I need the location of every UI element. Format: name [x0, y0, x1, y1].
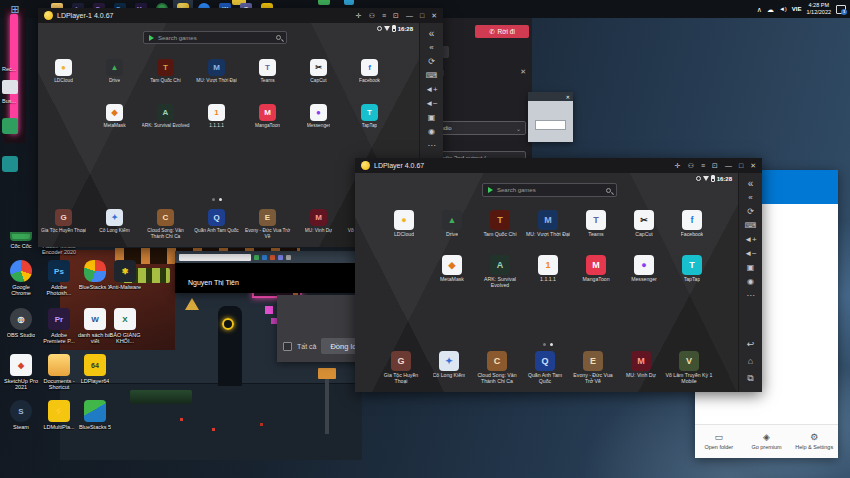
action-center-icon[interactable]: 1	[836, 5, 846, 14]
app-shortcut[interactable]: ▲ Drive	[89, 59, 140, 84]
dialog-search-field[interactable]	[535, 120, 566, 130]
onedrive-footer-button[interactable]: ⚙ Help & Settings	[790, 433, 838, 450]
account-icon[interactable]: ⚇	[369, 12, 375, 19]
desktop-icon[interactable]: Pr Adobe Premiere P...	[40, 308, 78, 345]
dock-app-shortcut[interactable]: M MU: Vinh Dự	[617, 351, 665, 385]
microphone-select[interactable]: Audio 2nd output (... ⌄	[432, 151, 526, 158]
more-icon[interactable]: ⋯	[747, 292, 755, 300]
app-shortcut[interactable]: 1 1.1.1.1	[191, 104, 242, 129]
app-shortcut[interactable]: 1 1.1.1.1	[524, 255, 572, 289]
recents-icon[interactable]: ⧉	[747, 374, 753, 383]
close-icon[interactable]: ✕	[566, 94, 570, 100]
app-shortcut[interactable]: A ARK: Survival Evolved	[476, 255, 524, 289]
more-icon[interactable]: ⋯	[428, 142, 436, 150]
account-icon[interactable]: ⚇	[688, 162, 694, 169]
app-shortcut[interactable]: T TapTap	[344, 104, 395, 129]
sync-icon[interactable]: ⟳	[747, 208, 754, 216]
app-shortcut[interactable]: T Tam Quốc Chí	[476, 210, 524, 238]
desktop-icon[interactable]: BlueStacks 5	[76, 400, 114, 430]
app-shortcut[interactable]: ◆ MetaMask	[428, 255, 476, 289]
desktop-icon[interactable]: Google Chrome	[2, 260, 40, 297]
desktop-icon-label[interactable]: Rec...	[2, 66, 16, 72]
search-games-bar[interactable]: Search games	[482, 183, 617, 197]
desktop-icon-fragment[interactable]	[2, 80, 18, 94]
desktop-icon[interactable]: ◈ SketchUp Pro 2021	[2, 354, 40, 391]
minimize-button[interactable]: —	[725, 162, 732, 169]
desktop-icon[interactable]: ✱ Anti-Malware	[106, 260, 144, 290]
app-shortcut[interactable]: ● LDCloud	[38, 59, 89, 84]
desktop-icon-fragment[interactable]	[344, 0, 354, 5]
start-button[interactable]: ⊞	[5, 0, 25, 18]
keyboard-icon[interactable]: ⌨	[745, 222, 757, 230]
app-shortcut[interactable]: T TapTap	[668, 255, 716, 289]
fullscreen-icon[interactable]: ▣	[428, 114, 436, 122]
title-bar[interactable]: LDPlayer-1 4.0.67 ✛⚇≡⊡—□✕	[38, 8, 443, 23]
app-shortcut[interactable]: M MangaToon	[242, 104, 293, 129]
app-shortcut[interactable]: f Facebook	[668, 210, 716, 238]
maximize-button[interactable]: □	[739, 162, 743, 169]
desktop-icon-fragment[interactable]	[2, 156, 18, 172]
desktop-icon[interactable]: Documents - Shortcut	[40, 354, 78, 391]
app-shortcut[interactable]: ▲ Drive	[428, 210, 476, 238]
volume-icon[interactable]: ◄)	[779, 6, 787, 12]
desktop-icon-label[interactable]: Bus...	[2, 98, 16, 104]
app-shortcut[interactable]: M MU: Vượt Thời Đại	[191, 59, 242, 84]
maximize-button[interactable]: □	[420, 12, 424, 19]
dock-app-shortcut[interactable]: Q Quần Anh Tam Quốc	[521, 351, 569, 385]
desktop-icon[interactable]: ⚡ LDMultiPla...	[40, 400, 78, 430]
gamepad-icon[interactable]: ✛	[356, 12, 362, 19]
volume-down-icon[interactable]: ◄−	[744, 250, 757, 258]
app-shortcut[interactable]: ◆ MetaMask	[89, 104, 140, 129]
search-games-bar[interactable]: Search games	[143, 31, 287, 44]
fullscreen-icon[interactable]: ▣	[747, 264, 755, 272]
dock-app-shortcut[interactable]: G Gia Tộc Huyền Thoại	[38, 209, 89, 239]
dock-app-shortcut[interactable]: G Gia Tộc Huyền Thoại	[377, 351, 425, 385]
tray-chevron-icon[interactable]: ∧	[757, 6, 762, 13]
back-icon[interactable]: ↩	[747, 340, 755, 349]
clock[interactable]: 4:28 PM 1/12/2022	[807, 2, 831, 16]
onedrive-footer-button[interactable]: ◈ Go premium	[743, 433, 791, 450]
close-button[interactable]: ✕	[750, 162, 756, 169]
dock-app-shortcut[interactable]: E Evony - Đức Vua Trở Về	[242, 209, 293, 239]
dock-app-shortcut[interactable]: Q Quần Anh Tam Quốc	[191, 209, 242, 239]
home-icon[interactable]: ⌂	[748, 357, 753, 366]
collapse-sidebar-icon[interactable]: «	[429, 29, 435, 39]
dock-app-shortcut[interactable]: M MU: Vinh Dự	[293, 209, 344, 239]
keyboard-icon[interactable]: ⌨	[426, 72, 438, 80]
minimize-button[interactable]: —	[406, 12, 413, 19]
close-icon[interactable]: ✕	[520, 68, 526, 76]
app-shortcut[interactable]: T Teams	[572, 210, 620, 238]
title-bar[interactable]: LDPlayer 4.0.67 ✛⚇≡⊡—□✕	[355, 158, 762, 173]
sync-icon[interactable]: ⟳	[428, 58, 435, 66]
volume-up-icon[interactable]: ◄+	[425, 86, 438, 94]
desktop-icon-fragment[interactable]	[318, 0, 330, 5]
desktop-icon[interactable]: ◎ OBS Studio	[2, 308, 40, 338]
menu-icon[interactable]: ≡	[701, 162, 705, 169]
app-shortcut[interactable]: ● Messenger	[293, 104, 344, 129]
app-shortcut[interactable]: ✂ CapCut	[293, 59, 344, 84]
dock-app-shortcut[interactable]: C Cloud Song: Vân Thành Chi Ca	[473, 351, 521, 385]
collapse-icon[interactable]: «	[429, 44, 433, 52]
bosskey-icon[interactable]: ⊡	[393, 12, 399, 19]
dock-app-shortcut[interactable]: ✦ Cổ Long Kiếm	[425, 351, 473, 385]
dock-app-shortcut[interactable]: ✦ Cổ Long Kiếm	[89, 209, 140, 239]
collapse-icon[interactable]: «	[748, 194, 752, 202]
app-shortcut[interactable]: f Facebook	[344, 59, 395, 84]
speaker-select[interactable]: audio ⌄	[432, 121, 526, 135]
dock-app-shortcut[interactable]: E Evony - Đức Vua Trở Về	[569, 351, 617, 385]
android-home-screen[interactable]: 16:28 Search games ● LDCloud	[355, 173, 738, 392]
volume-down-icon[interactable]: ◄−	[425, 100, 438, 108]
app-shortcut[interactable]: T Tam Quốc Chí	[140, 59, 191, 84]
desktop-icon[interactable]: X BÁO GIẢNG KHỐI...	[106, 308, 144, 345]
app-shortcut[interactable]: A ARK: Survival Evolved	[140, 104, 191, 129]
record-icon[interactable]: ◉	[747, 278, 754, 286]
bosskey-icon[interactable]: ⊡	[712, 162, 718, 169]
app-shortcut[interactable]: M MU: Vượt Thời Đại	[524, 210, 572, 238]
language-indicator[interactable]: VIE	[792, 6, 802, 12]
app-shortcut[interactable]: M MangaToon	[572, 255, 620, 289]
dock-app-shortcut[interactable]: V Võ Lâm Truyền Kỳ 1 Mobile	[665, 351, 713, 385]
gamepad-icon[interactable]: ✛	[675, 162, 681, 169]
desktop-icon[interactable]: Cốc Cốc	[2, 232, 40, 249]
app-shortcut[interactable]: ● LDCloud	[380, 210, 428, 238]
menu-icon[interactable]: ≡	[382, 12, 386, 19]
